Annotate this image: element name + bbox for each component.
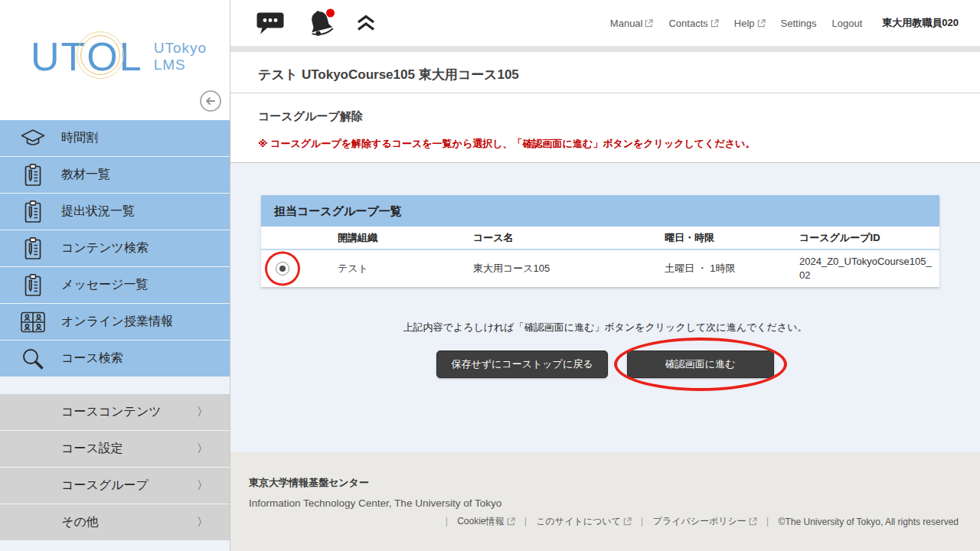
sidebar-collapse-button[interactable]: [199, 90, 222, 112]
sidebar-item-label: コースグループ: [61, 478, 149, 494]
topbar-icons: [255, 8, 376, 38]
clipboard-icon: [20, 163, 46, 187]
sidebar-item-label: コースコンテンツ: [61, 404, 162, 420]
chevron-right-icon: 〉: [197, 478, 208, 493]
app-root: UTOL UTokyo LMS: [0, 0, 980, 551]
logo-area: UTOL UTokyo LMS: [0, 0, 230, 120]
messages-button[interactable]: [255, 11, 286, 35]
cell-org: テスト: [338, 262, 473, 276]
search-icon: [20, 347, 46, 371]
column-header: コース名: [473, 231, 665, 245]
sidebar-item-materials[interactable]: 教材一覧: [0, 157, 230, 194]
external-link-icon: [507, 517, 515, 526]
page-title: テスト UTokyoCourse105 東大用コース105: [230, 52, 980, 83]
sidebar-item-submission-status[interactable]: 提出状況一覧: [0, 194, 230, 230]
manual-link[interactable]: Manual: [610, 18, 654, 29]
bell-icon: [305, 8, 336, 38]
speech-bubble-icon: [255, 11, 286, 35]
settings-link[interactable]: Settings: [781, 18, 817, 29]
clipboard-icon: [20, 273, 46, 298]
sidebar: UTOL UTokyo LMS: [0, 0, 230, 551]
circle-arrow-left-icon: [199, 90, 222, 112]
external-link-icon: [749, 517, 757, 526]
sidebar-item-content-search[interactable]: コンテンツ検索: [0, 230, 230, 267]
course-title-bar: テスト UTokyoCourse105 東大用コース105: [230, 52, 980, 93]
column-header: コースグループID: [799, 231, 939, 245]
sidebar-item-label: 提出状況一覧: [61, 204, 135, 220]
content-area: 担当コースグループ一覧 開講組織 コース名 曜日・時限 コースグループID テス…: [230, 163, 980, 452]
online-class-icon: [20, 310, 46, 334]
table-header-row: 開講組織 コース名 曜日・時限 コースグループID: [261, 227, 939, 250]
cell-schedule: 土曜日 ・ 1時限: [665, 262, 799, 276]
section-header: コースグループ解除 ※ コースグループを解除するコースを一覧から選択し、「確認画…: [230, 93, 980, 163]
confirm-instruction: 上記内容でよろしければ「確認画面に進む」ボタンをクリックして次に進んでください。: [230, 321, 980, 334]
sidebar-item-course-contents[interactable]: コースコンテンツ 〉: [0, 394, 230, 431]
collapse-header-button[interactable]: [356, 14, 376, 32]
sidebar-item-label: オンライン授業情報: [61, 314, 173, 330]
radio-cell: [261, 250, 338, 287]
separator: ｜: [638, 515, 647, 528]
proceed-to-confirm-button[interactable]: 確認画面に進む: [627, 350, 774, 378]
logo-subtitle-line: UTokyo: [154, 40, 207, 57]
topbar: Manual Contacts Help Settings Logout 東大用…: [230, 0, 980, 46]
sidebar-item-online-class-info[interactable]: オンライン授業情報: [0, 304, 230, 341]
cookie-info-link[interactable]: Cookie情報: [457, 515, 514, 528]
sidebar-item-course-search[interactable]: コース検索: [0, 341, 230, 377]
contacts-link[interactable]: Contacts: [668, 18, 718, 29]
utol-logo-text: UTOL: [31, 37, 143, 77]
button-row: 保存せずにコーストップに戻る 確認画面に進む: [230, 350, 980, 378]
logo-subtitle-line: LMS: [154, 57, 207, 73]
utol-logo: UTOL UTokyo LMS: [0, 0, 230, 77]
copyright: ©The University of Tokyo, All rights res…: [779, 517, 959, 527]
column-header: 曜日・時限: [665, 231, 799, 245]
back-to-course-top-button[interactable]: 保存せずにコーストップに戻る: [436, 350, 607, 378]
privacy-policy-link[interactable]: プライバシーポリシー: [653, 515, 757, 528]
logo-part: L: [119, 37, 143, 77]
sidebar-item-others[interactable]: その他 〉: [0, 504, 230, 541]
sidebar-item-label: 時間割: [61, 130, 98, 146]
sidebar-item-label: メッセージ一覧: [61, 277, 149, 293]
clipboard-icon: [20, 236, 46, 261]
sidebar-main-menu: 時間割 教材一覧: [0, 120, 230, 377]
about-site-link[interactable]: このサイトについて: [536, 515, 632, 528]
topbar-links: Manual Contacts Help Settings Logout 東大用…: [610, 16, 959, 30]
external-link-icon: [757, 19, 766, 28]
table-row: テスト 東大用コース105 土曜日 ・ 1時限 2024_Z0_UTokyoCo…: [261, 250, 939, 287]
course-radio-selected[interactable]: [276, 262, 289, 276]
separator: ｜: [763, 515, 773, 528]
logo-part: O: [87, 34, 119, 79]
course-group-panel: 担当コースグループ一覧 開講組織 コース名 曜日・時限 コースグループID テス…: [261, 195, 939, 287]
sidebar-item-label: その他: [61, 514, 99, 530]
chevron-right-icon: 〉: [197, 515, 208, 530]
external-link-icon: [645, 19, 653, 28]
sidebar-item-label: コース検索: [61, 350, 123, 367]
logo-subtitle: UTokyo LMS: [154, 40, 207, 73]
sidebar-item-messages[interactable]: メッセージ一覧: [0, 267, 230, 304]
sidebar-course-menu: コースコンテンツ 〉 コース設定 〉 コースグループ 〉 その他 〉: [0, 394, 230, 541]
separator: ｜: [521, 515, 531, 528]
sidebar-item-timetable[interactable]: 時間割: [0, 120, 230, 157]
instruction-note: ※ コースグループを解除するコースを一覧から選択し、「確認画面に進む」ボタンをク…: [258, 137, 980, 151]
help-link[interactable]: Help: [734, 18, 766, 29]
panel-title: 担当コースグループ一覧: [261, 195, 939, 227]
logout-link[interactable]: Logout: [832, 18, 863, 29]
username: 東大用教職員020: [882, 16, 959, 30]
footer-org-en: Information Technology Center, The Unive…: [249, 497, 959, 509]
external-link-icon: [710, 19, 719, 28]
cell-course: 東大用コース105: [473, 262, 665, 276]
footer-org-ja: 東京大学情報基盤センター: [249, 476, 959, 490]
logo-part: UT: [31, 37, 87, 77]
section-title: コースグループ解除: [230, 93, 980, 124]
cell-group-id: 2024_Z0_UTokyoCourse105_02: [799, 255, 939, 282]
sidebar-item-course-group[interactable]: コースグループ 〉: [0, 468, 230, 504]
sidebar-item-course-settings[interactable]: コース設定 〉: [0, 431, 230, 468]
sidebar-item-label: コンテンツ検索: [61, 240, 149, 256]
external-link-icon: [623, 517, 632, 526]
notifications-button[interactable]: [305, 8, 336, 38]
separator: ｜: [442, 515, 451, 528]
sidebar-item-label: コース設定: [61, 441, 123, 457]
footer: 東京大学情報基盤センター Information Technology Cent…: [230, 452, 980, 551]
topbar-shadow: [230, 46, 980, 52]
chevron-right-icon: 〉: [197, 442, 208, 456]
main-area: Manual Contacts Help Settings Logout 東大用…: [230, 0, 980, 551]
